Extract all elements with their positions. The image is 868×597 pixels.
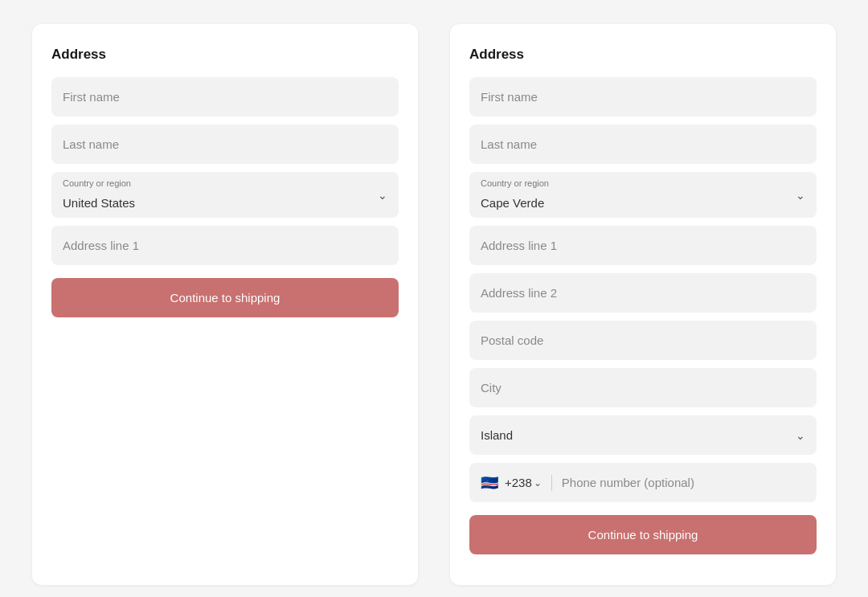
right-city-input[interactable] [469, 368, 817, 407]
left-address-line1-input[interactable] [51, 226, 399, 265]
right-phone-flag-icon: 🇨🇻 [481, 474, 498, 492]
left-last-name-input[interactable] [51, 125, 399, 164]
right-country-label: Country or region [469, 172, 817, 188]
left-submit-group: Continue to shipping [51, 273, 399, 317]
right-submit-group: Continue to shipping [469, 510, 817, 554]
right-form-title: Address [469, 47, 817, 63]
right-phone-group: 🇨🇻 +238 ⌄ [469, 463, 817, 502]
left-first-name-group [51, 77, 399, 117]
right-phone-code-number: +238 [505, 476, 532, 489]
left-country-group: Country or region United States ⌄ [51, 172, 399, 218]
page-container: Address Country or region United States … [16, 24, 852, 585]
right-address-line1-group [469, 226, 817, 265]
left-country-label: Country or region [51, 172, 399, 188]
right-form-card: Address Country or region Cape Verde ⌄ [450, 24, 836, 585]
right-phone-divider [551, 475, 552, 491]
right-address-line2-input[interactable] [469, 273, 817, 313]
left-country-select-wrapper: Country or region United States ⌄ [51, 172, 399, 218]
right-first-name-input[interactable] [469, 77, 817, 117]
right-first-name-group [469, 77, 817, 117]
right-country-select[interactable]: Cape Verde [469, 188, 817, 218]
right-island-select[interactable]: Island [469, 415, 817, 455]
right-phone-code-chevron-icon: ⌄ [534, 477, 542, 489]
right-city-group [469, 368, 817, 407]
right-island-group: Island ⌄ [469, 415, 817, 455]
right-country-select-wrapper: Country or region Cape Verde ⌄ [469, 172, 817, 218]
right-address-line1-input[interactable] [469, 226, 817, 265]
right-last-name-input[interactable] [469, 125, 817, 164]
left-form-title: Address [51, 47, 399, 63]
left-form-card: Address Country or region United States … [32, 24, 418, 585]
right-phone-row: 🇨🇻 +238 ⌄ [469, 463, 817, 502]
right-country-group: Country or region Cape Verde ⌄ [469, 172, 817, 218]
left-address-line1-group [51, 226, 399, 265]
right-postal-code-group [469, 321, 817, 360]
right-phone-input[interactable] [562, 463, 805, 502]
right-island-select-wrapper: Island ⌄ [469, 415, 817, 455]
left-continue-button[interactable]: Continue to shipping [51, 278, 399, 317]
left-last-name-group [51, 125, 399, 164]
left-first-name-input[interactable] [51, 77, 399, 117]
right-postal-code-input[interactable] [469, 321, 817, 360]
right-phone-code[interactable]: +238 ⌄ [505, 476, 542, 489]
right-address-line2-group [469, 273, 817, 313]
right-last-name-group [469, 125, 817, 164]
left-country-select[interactable]: United States [51, 188, 399, 218]
right-continue-button[interactable]: Continue to shipping [469, 515, 817, 554]
